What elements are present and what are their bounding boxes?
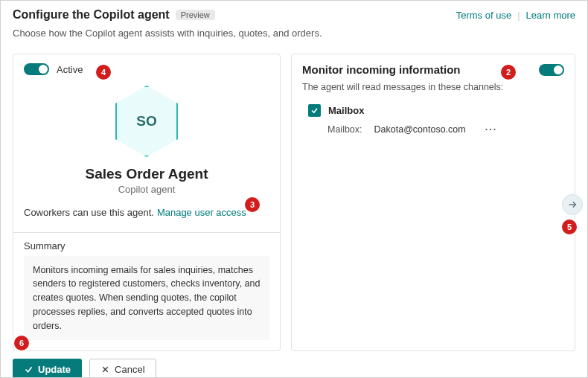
- check-icon: [310, 106, 319, 115]
- active-toggle[interactable]: [24, 63, 49, 75]
- page-title: Configure the Copilot agent: [13, 8, 170, 22]
- divider: [13, 232, 280, 233]
- header-bar: Configure the Copilot agent Preview Term…: [1, 1, 587, 45]
- page-subtitle: Choose how the Copilot agent assists wit…: [13, 28, 575, 39]
- cancel-button[interactable]: Cancel: [89, 359, 156, 378]
- header-links: Terms of use | Learn more: [456, 10, 575, 21]
- access-text: Coworkers can use this agent.: [24, 205, 154, 220]
- agent-avatar-hexagon: SO: [115, 86, 178, 157]
- mailbox-more-menu[interactable]: ···: [481, 124, 502, 135]
- agent-name: Sales Order Agent: [24, 166, 269, 182]
- agent-initials: SO: [136, 113, 156, 129]
- summary-label: Summary: [24, 240, 269, 252]
- link-separator: |: [517, 10, 520, 21]
- monitor-subtitle: The agent will read messages in these ch…: [302, 82, 564, 92]
- mailbox-checkbox[interactable]: [308, 104, 321, 117]
- agent-pane: Active SO Sales Order Agent Copilot agen…: [13, 54, 281, 351]
- update-button-label: Update: [38, 364, 71, 375]
- learn-more-link[interactable]: Learn more: [526, 10, 575, 21]
- next-page-button[interactable]: [562, 194, 583, 215]
- update-button[interactable]: Update: [13, 359, 82, 378]
- monitor-toggle[interactable]: [539, 64, 564, 76]
- manage-user-access-link[interactable]: Manage user access: [157, 205, 246, 220]
- terms-link[interactable]: Terms of use: [456, 10, 511, 21]
- agent-subtitle: Copilot agent: [24, 184, 269, 195]
- monitor-title: Monitor incoming information: [302, 63, 460, 76]
- mailbox-field-label: Mailbox:: [327, 124, 362, 135]
- cancel-button-label: Cancel: [115, 364, 144, 375]
- monitor-pane: Monitor incoming information The agent w…: [291, 54, 575, 351]
- summary-text: Monitors incoming emails for sales inqui…: [24, 256, 269, 341]
- check-icon: [24, 365, 33, 374]
- arrow-right-icon: [567, 199, 578, 210]
- close-icon: [100, 365, 110, 374]
- content-area: Active SO Sales Order Agent Copilot agen…: [1, 45, 587, 351]
- footer-bar: Update Cancel: [1, 351, 587, 378]
- preview-badge: Preview: [176, 10, 215, 20]
- mailbox-field-value: Dakota@contoso.com: [374, 124, 466, 135]
- active-label: Active: [57, 64, 83, 75]
- mailbox-channel-label: Mailbox: [328, 105, 364, 116]
